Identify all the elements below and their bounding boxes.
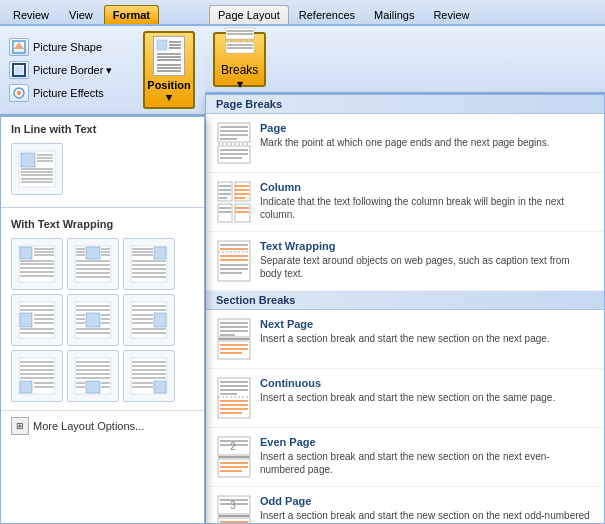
svg-rect-7 [157, 40, 167, 50]
right-panel: Page Layout References Mailings Review B… [205, 0, 605, 524]
picture-border-label: Picture Border ▾ [33, 64, 112, 77]
picture-effects-btn[interactable]: Picture Effects [6, 82, 137, 104]
position-dropdown: In Line with Text With Text Wra [0, 116, 205, 524]
break-evenpage-title: Even Page [260, 436, 594, 448]
svg-rect-111 [154, 381, 166, 393]
ribbon-main-area: Picture Shape Picture Border ▾ [6, 30, 199, 110]
break-textwrap-desc: Separate text around objects on web page… [260, 254, 594, 280]
break-nextpage[interactable]: Next Page Insert a section break and sta… [206, 310, 604, 369]
break-column[interactable]: Column Indicate that the text following … [206, 173, 604, 232]
svg-rect-152 [218, 241, 250, 281]
pos-top-left[interactable] [11, 238, 63, 290]
tab-view-left[interactable]: View [60, 5, 102, 24]
svg-rect-38 [86, 247, 100, 259]
svg-rect-91 [20, 381, 32, 393]
position-icon [153, 36, 185, 76]
svg-rect-195 [218, 518, 250, 524]
svg-point-5 [17, 91, 21, 95]
break-textwrap-icon [216, 240, 252, 282]
break-evenpage-icon: 2 [216, 436, 252, 478]
ribbon-tabs-right: Page Layout References Mailings Review [205, 0, 605, 26]
svg-rect-70 [86, 313, 100, 327]
breaks-dropdown-arrow: ▾ [237, 77, 243, 91]
pos-mid-center[interactable] [67, 294, 119, 346]
picture-shape-label: Picture Shape [33, 41, 102, 53]
picture-shape-icon [9, 38, 29, 56]
break-continuous-desc: Insert a section break and start the new… [260, 391, 594, 404]
break-oddpage-title: Odd Page [260, 495, 594, 507]
break-nextpage-title: Next Page [260, 318, 594, 330]
break-continuous-icon [216, 377, 252, 419]
break-nextpage-icon [216, 318, 252, 360]
ribbon-tabs-left: Review View Format [0, 0, 205, 26]
svg-rect-18 [21, 153, 35, 167]
inline-grid [1, 139, 204, 203]
svg-rect-51 [154, 247, 166, 259]
pos-bot-left[interactable] [11, 350, 63, 402]
svg-rect-161 [218, 319, 250, 337]
more-layout-options[interactable]: ⊞ More Layout Options... [1, 410, 204, 441]
tab-review-left[interactable]: Review [4, 5, 58, 24]
break-textwrap-title: Text Wrapping [260, 240, 594, 252]
picture-border-btn[interactable]: Picture Border ▾ [6, 59, 137, 81]
position-label: Position [147, 79, 190, 91]
section-breaks-header: Section Breaks [206, 291, 604, 310]
tab-references[interactable]: References [290, 5, 364, 24]
svg-rect-100 [86, 381, 100, 393]
break-page-text: Page Mark the point at which one page en… [260, 122, 594, 149]
break-continuous[interactable]: Continuous Insert a section break and st… [206, 369, 604, 428]
break-page-icon [216, 122, 252, 164]
position-button[interactable]: Position ▾ [143, 31, 195, 109]
svg-rect-167 [218, 341, 250, 359]
tab-review-right[interactable]: Review [424, 5, 478, 24]
picture-border-icon [9, 61, 29, 79]
svg-rect-61 [20, 313, 32, 327]
section1-title: In Line with Text [1, 117, 204, 139]
break-page-title: Page [260, 122, 594, 134]
break-column-title: Column [260, 181, 594, 193]
section-divider1 [1, 207, 204, 208]
break-textwrap-text: Text Wrapping Separate text around objec… [260, 240, 594, 280]
break-oddpage[interactable]: 3 Odd Page Insert a section break and st… [206, 487, 604, 524]
svg-marker-1 [14, 42, 24, 49]
pos-bot-right[interactable] [123, 350, 175, 402]
wrapping-grid [1, 234, 204, 410]
break-page-desc: Mark the point at which one page ends an… [260, 136, 594, 149]
more-options-label: More Layout Options... [33, 420, 144, 432]
break-evenpage-desc: Insert a section break and start the new… [260, 450, 594, 476]
pos-top-center[interactable] [67, 238, 119, 290]
svg-rect-82 [154, 313, 166, 327]
break-page[interactable]: Page Mark the point at which one page en… [206, 114, 604, 173]
tab-mailings[interactable]: Mailings [365, 5, 423, 24]
break-column-desc: Indicate that the text following the col… [260, 195, 594, 221]
page-breaks-header: Page Breaks [206, 95, 604, 114]
breaks-label: Breaks [221, 63, 258, 77]
break-oddpage-text: Odd Page Insert a section break and star… [260, 495, 594, 524]
breaks-button[interactable]: Breaks ▾ [213, 32, 266, 87]
left-panel: Review View Format Picture Shape [0, 0, 205, 524]
svg-rect-171 [218, 378, 250, 418]
picture-effects-label: Picture Effects [33, 87, 104, 99]
svg-rect-186 [218, 459, 250, 477]
position-arrow: ▾ [166, 91, 172, 104]
break-evenpage[interactable]: 2 Even Page Insert a section break and s… [206, 428, 604, 487]
pos-bot-center[interactable] [67, 350, 119, 402]
pos-inline-left[interactable] [11, 143, 63, 195]
break-nextpage-desc: Insert a section break and start the new… [260, 332, 594, 345]
ribbon-left-col: Picture Shape Picture Border ▾ [6, 36, 137, 104]
tab-format-left[interactable]: Format [104, 5, 159, 24]
pos-mid-right[interactable] [123, 294, 175, 346]
break-evenpage-text: Even Page Insert a section break and sta… [260, 436, 594, 476]
svg-rect-146 [218, 204, 232, 222]
tab-page-layout[interactable]: Page Layout [209, 5, 289, 24]
break-oddpage-icon: 3 [216, 495, 252, 524]
breaks-dropdown: Page Breaks Page Mark th [205, 94, 605, 524]
pos-top-right[interactable] [123, 238, 175, 290]
break-column-text: Column Indicate that the text following … [260, 181, 594, 221]
pos-mid-left[interactable] [11, 294, 63, 346]
right-ribbon-content: Breaks ▾ [205, 26, 605, 94]
picture-shape-btn[interactable]: Picture Shape [6, 36, 137, 58]
svg-text:2: 2 [230, 441, 236, 452]
break-textwrap[interactable]: Text Wrapping Separate text around objec… [206, 232, 604, 291]
svg-rect-147 [235, 204, 250, 222]
